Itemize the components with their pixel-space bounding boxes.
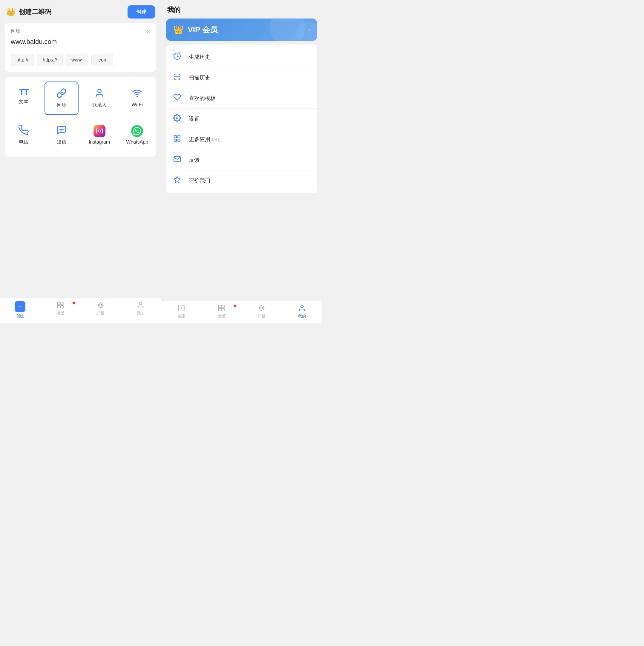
shortcut-www[interactable]: www. [66,54,88,66]
scan-menu-icon [173,73,184,82]
nav-label-template-left: 模板 [57,311,64,316]
create-button[interactable]: 创建 [127,5,155,18]
nav-item-mine-right[interactable]: 我的 [282,304,322,319]
left-panel: 👑 创建二维码 创建 网址: × http:// https:// www. .… [0,0,161,323]
whatsapp-icon [131,125,143,137]
menu-label-feedback: 反馈 [189,156,199,164]
svg-marker-25 [174,177,180,183]
nav-label-create-left: 创建 [16,313,24,319]
svg-rect-8 [61,302,63,305]
nav-item-scan-left[interactable]: 扫描 [80,301,121,319]
nav-item-create-left[interactable]: ＋ 创建 [0,301,40,319]
type-label-instagram: Instagram [89,139,110,145]
vip-banner[interactable]: 👑 VIP 会员 › [166,18,317,41]
type-item-contact[interactable]: 联系人 [82,82,116,115]
page-title: 创建二维码 [18,7,124,16]
menu-label-rate: 评价我们 [189,177,210,184]
svg-rect-23 [174,139,177,141]
svg-rect-7 [57,302,60,305]
svg-point-39 [300,305,303,308]
type-item-whatsapp[interactable]: WhatsApp [120,118,155,152]
vip-label: VIP 会员 [188,24,308,35]
menu-item-more-apps[interactable]: 更多应用 (AD) [166,129,317,150]
menu-item-rate[interactable]: 评价我们 [166,171,317,191]
svg-point-33 [259,306,264,310]
svg-rect-30 [222,305,224,308]
type-grid: TT 文本 网址 联系人 [5,77,156,157]
svg-point-20 [176,117,178,119]
right-page-title: 我的 [167,6,180,13]
bottom-nav-right: 创建 模板 扫描 [161,301,322,323]
person-nav-icon-right [298,304,306,312]
nav-label-mine-left: 我的 [137,311,145,316]
svg-point-11 [98,303,103,307]
menu-label-settings: 设置 [189,115,199,122]
create-nav-icon: ＋ [15,301,25,312]
template-icon-left [57,301,64,309]
vip-arrow-icon: › [308,26,310,34]
svg-rect-24 [178,139,180,141]
svg-point-34 [261,307,263,309]
vip-crown-icon: 👑 [173,25,184,35]
url-shortcuts: http:// https:// www. .com [11,54,150,66]
menu-label-more-apps: 更多应用 [189,136,210,143]
nav-item-template-left[interactable]: 模板 [40,301,81,319]
left-header: 👑 创建二维码 创建 [0,0,161,23]
svg-rect-31 [219,308,221,311]
nav-label-template-right: 模板 [217,313,225,319]
nav-item-create-right[interactable]: 创建 [161,304,202,319]
bottom-nav-left: ＋ 创建 模板 扫描 [0,298,161,323]
create-icon-right [177,304,185,312]
type-item-wifi[interactable]: Wi-Fi [120,82,155,115]
right-panel: 我的 👑 VIP 会员 › 生成历史 [161,0,322,323]
heart-icon [173,93,184,103]
svg-rect-29 [219,305,221,308]
menu-item-history-gen[interactable]: 生成历史 [166,47,317,68]
shortcut-com[interactable]: .com [91,54,113,66]
menu-label-favorites: 喜欢的模板 [189,95,216,102]
type-item-url[interactable]: 网址 [44,82,79,115]
shortcut-https[interactable]: https:// [37,54,63,66]
url-clear-button[interactable]: × [147,28,150,34]
menu-label-history-gen: 生成历史 [189,53,210,61]
nav-label-scan-right: 扫描 [258,313,266,319]
menu-sub-more-apps: (AD) [212,137,221,142]
grid-icon [173,135,184,144]
nav-item-mine-left[interactable]: 我的 [121,301,161,319]
svg-rect-21 [174,135,177,138]
nav-label-scan-left: 扫描 [97,311,104,316]
scan-icon-left [97,301,104,309]
menu-item-favorites[interactable]: 喜欢的模板 [166,88,317,109]
menu-label-history-scan: 扫描历史 [189,74,210,81]
phone-icon [18,125,29,137]
clock-icon [173,52,184,62]
menu-item-history-scan[interactable]: 扫描历史 [166,68,317,88]
svg-rect-32 [222,308,224,311]
nav-item-scan-right[interactable]: 扫描 [242,304,282,319]
type-label-whatsapp: WhatsApp [126,139,148,145]
type-label-contact: 联系人 [92,102,107,108]
scan-icon-right [258,304,266,312]
menu-item-feedback[interactable]: 反馈 [166,150,317,171]
type-item-text[interactable]: TT 文本 [7,82,41,115]
nav-item-template-right[interactable]: 模板 [201,304,242,319]
shortcut-http[interactable]: http:// [11,54,34,66]
type-item-instagram[interactable]: Instagram [82,118,116,152]
svg-point-5 [98,130,101,132]
mail-icon [173,155,184,165]
type-label-phone: 电话 [19,139,28,145]
svg-point-0 [98,89,101,93]
type-label-text: 文本 [19,99,28,105]
template-dot-right [234,305,236,307]
nav-label-mine-right: 我的 [298,313,306,319]
person-icon [94,88,104,100]
url-input[interactable] [11,37,150,47]
link-icon [57,88,67,100]
svg-rect-4 [96,128,102,134]
type-item-phone[interactable]: 电话 [7,118,41,152]
svg-rect-9 [57,305,60,308]
type-item-sms[interactable]: 短信 [44,118,79,152]
type-label-wifi: Wi-Fi [132,102,143,107]
menu-item-settings[interactable]: 设置 [166,109,317,129]
type-label-sms: 短信 [57,139,66,145]
